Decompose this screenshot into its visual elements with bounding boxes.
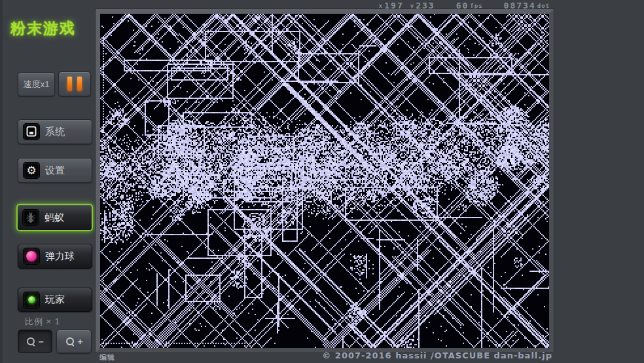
app-title: 粉末游戏 — [10, 18, 89, 39]
pause-icon — [67, 77, 72, 91]
player-icon — [24, 292, 39, 308]
tool-button-ball[interactable]: 弹力球 — [18, 244, 92, 269]
zoom-in-button[interactable]: + — [56, 330, 92, 353]
canvas-frame — [96, 9, 554, 353]
menu-item-system[interactable]: 系统 — [18, 119, 92, 144]
scale-label: 比例 × 1 — [25, 316, 60, 328]
pause-icon — [77, 77, 82, 91]
pause-button[interactable] — [58, 71, 91, 96]
menu-item-label: 系统 — [45, 126, 65, 138]
game-canvas[interactable] — [100, 14, 549, 348]
menu-item-label: 设置 — [45, 164, 65, 177]
tool-label: 蚂蚁 — [45, 212, 64, 224]
zoom-in-sign: + — [78, 337, 83, 347]
tool-button-ant[interactable]: 蚂蚁 — [16, 204, 93, 231]
zoom-out-sign: − — [39, 337, 44, 347]
copyright-text: © 2007-2016 hassii /OTASCUBE dan-ball.jp — [322, 351, 552, 360]
edit-mode-label[interactable]: 编辑 — [99, 353, 115, 362]
gear-icon: ⚙ — [24, 162, 39, 178]
monitor-icon — [24, 124, 39, 140]
status-bar: x 197 y 233 60 fps 08734 dot — [321, 0, 550, 10]
tool-button-player[interactable]: 玩家 — [18, 288, 92, 312]
magnifier-minus-icon — [26, 337, 36, 347]
zoom-out-button[interactable]: − — [18, 330, 52, 353]
speed-button[interactable]: 速度x1 — [18, 72, 55, 96]
tool-label: 弹力球 — [45, 250, 75, 263]
magnifier-plus-icon — [65, 337, 75, 347]
bouncy-ball-icon — [24, 248, 39, 264]
speed-label: 速度x1 — [24, 79, 50, 90]
tool-label: 玩家 — [45, 294, 65, 306]
powder-game-app: { "title": "粉末游戏", "hud": { "x_label": "… — [0, 0, 644, 363]
menu-item-settings[interactable]: ⚙ 设置 — [18, 158, 92, 183]
ant-icon — [23, 210, 39, 225]
